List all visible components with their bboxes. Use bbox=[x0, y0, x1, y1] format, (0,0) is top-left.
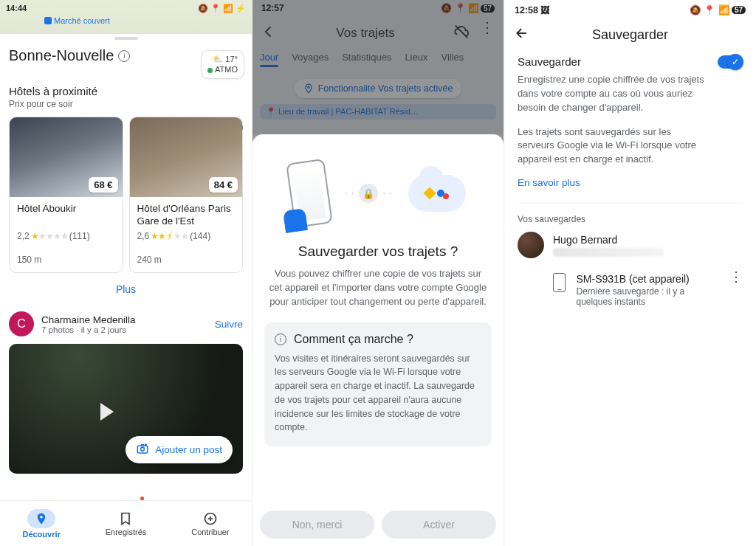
pin-icon bbox=[35, 512, 48, 525]
follow-link[interactable]: Suivre bbox=[215, 319, 243, 330]
save-toggle-label: Sauvegarder bbox=[518, 55, 581, 68]
phone-icon bbox=[553, 273, 566, 292]
nav-contribute[interactable]: Contribuer bbox=[191, 511, 229, 536]
device-name: SM-S931B (cet appareil) bbox=[576, 273, 719, 285]
hotels-heading: Hôtels à proximité bbox=[9, 85, 243, 97]
back-button[interactable] bbox=[515, 26, 529, 44]
nav-discover[interactable]: Découvrir bbox=[22, 509, 60, 539]
decline-button[interactable]: Non, merci bbox=[260, 511, 374, 539]
bookmark-icon bbox=[118, 511, 133, 526]
device-last-backup: Dernière sauvegarde : il y a quelques in… bbox=[576, 286, 719, 307]
add-post-button[interactable]: Ajouter un post bbox=[126, 436, 233, 463]
dialog-title: Sauvegarder vos trajets ? bbox=[264, 243, 492, 260]
backup-illustration: · · 🔒 · · bbox=[264, 149, 492, 238]
plus-circle-icon bbox=[203, 511, 218, 526]
map-poi-marche[interactable]: Marché couvert bbox=[44, 16, 110, 25]
backup-dialog: · · 🔒 · · Sauvegarder vos trajets ? Vous… bbox=[252, 134, 504, 546]
account-name: Hugo Bernard bbox=[553, 234, 664, 246]
cloud-icon bbox=[408, 175, 466, 212]
avatar[interactable]: C bbox=[9, 311, 34, 336]
backup-account-row[interactable]: Hugo Bernard bbox=[518, 232, 743, 258]
backups-heading: Vos sauvegardes bbox=[518, 214, 743, 224]
hotel-card[interactable]: 84 € Hôtel d'Orléans Paris Gare de l'Est… bbox=[129, 117, 244, 273]
camera-plus-icon bbox=[136, 442, 149, 457]
play-icon bbox=[100, 403, 114, 421]
lock-icon: 🔒 bbox=[359, 184, 378, 203]
how-it-works-card: iComment ça marche ? Vos visites et itin… bbox=[264, 322, 492, 447]
status-icons: 🔕 📍 📶 57 bbox=[690, 4, 746, 15]
weather-chip[interactable]: ⛅ 17° ATMO bbox=[201, 50, 244, 79]
hotel-photo: 68 € bbox=[10, 117, 123, 197]
svg-point-2 bbox=[40, 515, 43, 518]
hotel-distance: 240 m bbox=[137, 255, 236, 265]
more-hotels-link[interactable]: Plus bbox=[9, 283, 243, 295]
price-badge: 84 € bbox=[209, 177, 238, 193]
home-icon bbox=[44, 17, 52, 24]
status-time: 14:44 bbox=[6, 4, 27, 13]
activate-button[interactable]: Activer bbox=[382, 511, 496, 539]
info-icon[interactable]: i bbox=[118, 50, 130, 62]
post-media[interactable]: Ajouter un post bbox=[9, 344, 243, 474]
save-desc-2: Les trajets sont sauvegardés sur les ser… bbox=[518, 125, 709, 167]
svg-point-1 bbox=[141, 447, 145, 451]
hotels-sub: Prix pour ce soir bbox=[9, 99, 243, 109]
status-icons: 🔕 📍 📶 ⚡ bbox=[198, 4, 246, 13]
save-toggle[interactable]: ✓ bbox=[718, 55, 743, 69]
post-meta: 7 photos · il y a 2 jours bbox=[41, 325, 136, 334]
status-bar: 12:58 🖼 🔕 📍 📶 57 bbox=[504, 0, 756, 15]
hand-icon bbox=[283, 208, 308, 233]
more-icon[interactable]: ⋮ bbox=[729, 273, 743, 281]
hotel-name: Hôtel d'Orléans Paris Gare de l'Est bbox=[137, 203, 236, 228]
hotel-rating: 2,2 ★★★★★ (111) bbox=[17, 231, 115, 241]
place-title: Bonne-Nouvelle bbox=[9, 47, 114, 64]
info-icon: i bbox=[275, 334, 286, 345]
nav-saved[interactable]: Enregistrés bbox=[106, 511, 147, 536]
map-preview: 14:44 🔕 📍 📶 ⚡ Marché couvert bbox=[0, 0, 252, 34]
check-icon: ✓ bbox=[727, 54, 743, 70]
save-desc-1: Enregistrez une copie chiffrée de vos tr… bbox=[518, 73, 709, 115]
bottom-sheet: Bonne-Nouvelle i ⛅ 17° ATMO Hôtels à pro… bbox=[0, 37, 252, 494]
status-time: 12:58 bbox=[515, 5, 538, 15]
hotel-distance: 150 m bbox=[17, 255, 115, 265]
hotel-rating: 2,6 ★★⯨★★ (144) bbox=[137, 231, 236, 241]
learn-more-link[interactable]: En savoir plus bbox=[518, 177, 743, 188]
avatar bbox=[518, 232, 544, 258]
notification-dot-icon bbox=[140, 497, 144, 500]
hotel-photo: 84 € bbox=[130, 117, 243, 197]
post-author[interactable]: Charmaine Medenilla bbox=[41, 314, 136, 325]
bottom-nav: Découvrir Enregistrés Contribuer bbox=[0, 500, 252, 546]
page-title: Sauvegarder bbox=[529, 27, 731, 43]
hotel-card[interactable]: 68 € Hôtel Aboukir 2,2 ★★★★★ (111) 150 m bbox=[9, 117, 123, 273]
dialog-body: Vous pouvez chiffrer une copie de vos tr… bbox=[264, 267, 492, 309]
account-email-redacted bbox=[553, 248, 664, 257]
app-bar: Sauvegarder bbox=[504, 15, 756, 51]
screenshot-icon: 🖼 bbox=[540, 5, 550, 15]
sun-icon: ⛅ bbox=[213, 55, 223, 63]
price-badge: 68 € bbox=[89, 177, 117, 193]
status-bar: 14:44 🔕 📍 📶 ⚡ bbox=[6, 1, 246, 15]
atmo-dot-icon bbox=[207, 68, 213, 73]
hotel-name: Hôtel Aboukir bbox=[17, 203, 115, 228]
divider bbox=[518, 203, 743, 204]
backup-device-row[interactable]: SM-S931B (cet appareil) Dernière sauvega… bbox=[518, 273, 743, 307]
drag-handle[interactable] bbox=[114, 37, 138, 40]
